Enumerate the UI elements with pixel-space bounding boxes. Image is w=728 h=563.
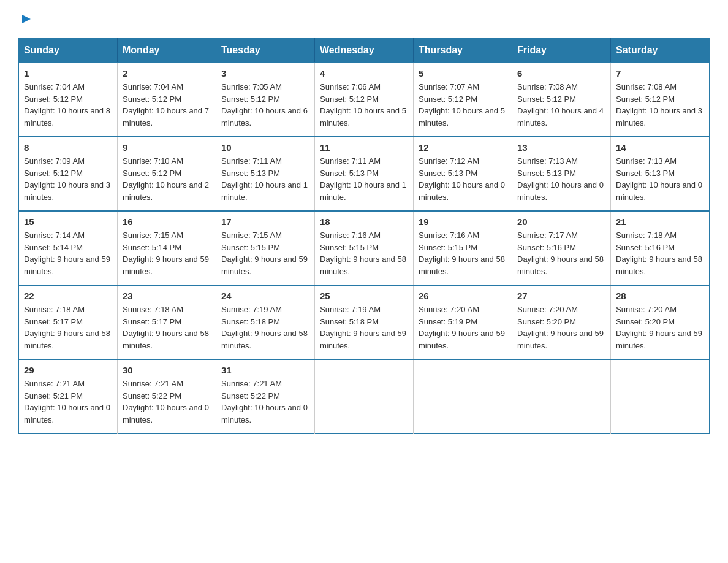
- day-info: Sunrise: 7:07 AMSunset: 5:12 PMDaylight:…: [419, 81, 507, 129]
- day-number: 23: [123, 291, 211, 301]
- day-number: 2: [123, 68, 211, 79]
- day-number: 14: [616, 142, 704, 153]
- calendar-cell: 27 Sunrise: 7:20 AMSunset: 5:20 PMDaylig…: [512, 285, 611, 359]
- header-thursday: Thursday: [414, 39, 512, 63]
- header-sunday: Sunday: [19, 39, 118, 63]
- calendar-cell: 2 Sunrise: 7:04 AMSunset: 5:12 PMDayligh…: [118, 63, 216, 137]
- day-number: 19: [419, 216, 507, 227]
- calendar-week-2: 8 Sunrise: 7:09 AMSunset: 5:12 PMDayligh…: [19, 137, 710, 211]
- day-info: Sunrise: 7:20 AMSunset: 5:19 PMDaylight:…: [419, 304, 507, 351]
- header-tuesday: Tuesday: [216, 39, 315, 63]
- day-number: 18: [320, 216, 408, 227]
- calendar-cell: 8 Sunrise: 7:09 AMSunset: 5:12 PMDayligh…: [19, 137, 118, 211]
- day-info: Sunrise: 7:13 AMSunset: 5:13 PMDaylight:…: [616, 155, 704, 203]
- header-monday: Monday: [118, 39, 216, 63]
- calendar-cell: 5 Sunrise: 7:07 AMSunset: 5:12 PMDayligh…: [414, 63, 512, 137]
- day-info: Sunrise: 7:06 AMSunset: 5:12 PMDaylight:…: [320, 81, 408, 129]
- calendar-cell: 21 Sunrise: 7:18 AMSunset: 5:16 PMDaylig…: [611, 211, 710, 285]
- day-number: 20: [517, 216, 605, 227]
- calendar-cell: 18 Sunrise: 7:16 AMSunset: 5:15 PMDaylig…: [315, 211, 414, 285]
- logo-arrow-icon: [20, 12, 33, 26]
- calendar-cell: 9 Sunrise: 7:10 AMSunset: 5:12 PMDayligh…: [118, 137, 216, 211]
- calendar-cell: 20 Sunrise: 7:17 AMSunset: 5:16 PMDaylig…: [512, 211, 611, 285]
- day-info: Sunrise: 7:21 AMSunset: 5:21 PMDaylight:…: [24, 378, 112, 426]
- day-number: 26: [419, 291, 507, 301]
- calendar-cell: 12 Sunrise: 7:12 AMSunset: 5:13 PMDaylig…: [414, 137, 512, 211]
- day-info: Sunrise: 7:21 AMSunset: 5:22 PMDaylight:…: [123, 378, 211, 426]
- day-info: Sunrise: 7:18 AMSunset: 5:17 PMDaylight:…: [123, 304, 211, 351]
- day-number: 9: [123, 142, 211, 153]
- day-number: 7: [616, 68, 704, 79]
- day-info: Sunrise: 7:15 AMSunset: 5:14 PMDaylight:…: [123, 229, 211, 277]
- day-number: 15: [24, 216, 112, 227]
- day-number: 11: [320, 142, 408, 153]
- day-number: 8: [24, 142, 112, 153]
- day-info: Sunrise: 7:10 AMSunset: 5:12 PMDaylight:…: [123, 155, 211, 203]
- day-info: Sunrise: 7:04 AMSunset: 5:12 PMDaylight:…: [24, 81, 112, 129]
- day-info: Sunrise: 7:20 AMSunset: 5:20 PMDaylight:…: [616, 304, 704, 351]
- logo: [18, 12, 33, 26]
- calendar-cell: [512, 359, 611, 434]
- calendar-cell: 6 Sunrise: 7:08 AMSunset: 5:12 PMDayligh…: [512, 63, 611, 137]
- day-number: 22: [24, 291, 112, 301]
- day-number: 16: [123, 216, 211, 227]
- header-saturday: Saturday: [611, 39, 710, 63]
- day-info: Sunrise: 7:05 AMSunset: 5:12 PMDaylight:…: [221, 81, 309, 129]
- day-number: 10: [221, 142, 309, 153]
- header-wednesday: Wednesday: [315, 39, 414, 63]
- day-info: Sunrise: 7:20 AMSunset: 5:20 PMDaylight:…: [517, 304, 605, 351]
- calendar-cell: 25 Sunrise: 7:19 AMSunset: 5:18 PMDaylig…: [315, 285, 414, 359]
- day-info: Sunrise: 7:19 AMSunset: 5:18 PMDaylight:…: [221, 304, 309, 351]
- day-info: Sunrise: 7:16 AMSunset: 5:15 PMDaylight:…: [419, 229, 507, 277]
- day-info: Sunrise: 7:21 AMSunset: 5:22 PMDaylight:…: [221, 378, 309, 426]
- calendar-table: SundayMondayTuesdayWednesdayThursdayFrid…: [18, 38, 710, 434]
- day-number: 24: [221, 291, 309, 301]
- day-number: 13: [517, 142, 605, 153]
- day-number: 27: [517, 291, 605, 301]
- calendar-cell: 19 Sunrise: 7:16 AMSunset: 5:15 PMDaylig…: [414, 211, 512, 285]
- calendar-week-5: 29 Sunrise: 7:21 AMSunset: 5:21 PMDaylig…: [19, 359, 710, 434]
- calendar-cell: 26 Sunrise: 7:20 AMSunset: 5:19 PMDaylig…: [414, 285, 512, 359]
- day-info: Sunrise: 7:19 AMSunset: 5:18 PMDaylight:…: [320, 304, 408, 351]
- calendar-cell: [315, 359, 414, 434]
- day-info: Sunrise: 7:11 AMSunset: 5:13 PMDaylight:…: [320, 155, 408, 203]
- calendar-cell: 17 Sunrise: 7:15 AMSunset: 5:15 PMDaylig…: [216, 211, 315, 285]
- calendar-cell: [611, 359, 710, 434]
- calendar-week-1: 1 Sunrise: 7:04 AMSunset: 5:12 PMDayligh…: [19, 63, 710, 137]
- calendar-cell: 22 Sunrise: 7:18 AMSunset: 5:17 PMDaylig…: [19, 285, 118, 359]
- header-friday: Friday: [512, 39, 611, 63]
- calendar-cell: 13 Sunrise: 7:13 AMSunset: 5:13 PMDaylig…: [512, 137, 611, 211]
- page-header: [18, 12, 710, 26]
- day-info: Sunrise: 7:14 AMSunset: 5:14 PMDaylight:…: [24, 229, 112, 277]
- calendar-cell: 24 Sunrise: 7:19 AMSunset: 5:18 PMDaylig…: [216, 285, 315, 359]
- day-number: 5: [419, 68, 507, 79]
- day-info: Sunrise: 7:17 AMSunset: 5:16 PMDaylight:…: [517, 229, 605, 277]
- day-number: 12: [419, 142, 507, 153]
- calendar-cell: 31 Sunrise: 7:21 AMSunset: 5:22 PMDaylig…: [216, 359, 315, 434]
- day-info: Sunrise: 7:16 AMSunset: 5:15 PMDaylight:…: [320, 229, 408, 277]
- calendar-cell: 4 Sunrise: 7:06 AMSunset: 5:12 PMDayligh…: [315, 63, 414, 137]
- day-info: Sunrise: 7:18 AMSunset: 5:17 PMDaylight:…: [24, 304, 112, 351]
- calendar-cell: 7 Sunrise: 7:08 AMSunset: 5:12 PMDayligh…: [611, 63, 710, 137]
- day-info: Sunrise: 7:08 AMSunset: 5:12 PMDaylight:…: [616, 81, 704, 129]
- calendar-cell: 15 Sunrise: 7:14 AMSunset: 5:14 PMDaylig…: [19, 211, 118, 285]
- day-number: 17: [221, 216, 309, 227]
- day-info: Sunrise: 7:04 AMSunset: 5:12 PMDaylight:…: [123, 81, 211, 129]
- day-number: 6: [517, 68, 605, 79]
- day-number: 28: [616, 291, 704, 301]
- day-info: Sunrise: 7:11 AMSunset: 5:13 PMDaylight:…: [221, 155, 309, 203]
- calendar-cell: [414, 359, 512, 434]
- calendar-cell: 11 Sunrise: 7:11 AMSunset: 5:13 PMDaylig…: [315, 137, 414, 211]
- svg-marker-0: [22, 15, 31, 23]
- day-info: Sunrise: 7:18 AMSunset: 5:16 PMDaylight:…: [616, 229, 704, 277]
- calendar-cell: 23 Sunrise: 7:18 AMSunset: 5:17 PMDaylig…: [118, 285, 216, 359]
- day-number: 21: [616, 216, 704, 227]
- day-number: 1: [24, 68, 112, 79]
- calendar-cell: 29 Sunrise: 7:21 AMSunset: 5:21 PMDaylig…: [19, 359, 118, 434]
- day-number: 4: [320, 68, 408, 79]
- calendar-week-3: 15 Sunrise: 7:14 AMSunset: 5:14 PMDaylig…: [19, 211, 710, 285]
- day-number: 31: [221, 365, 309, 375]
- calendar-cell: 1 Sunrise: 7:04 AMSunset: 5:12 PMDayligh…: [19, 63, 118, 137]
- day-number: 25: [320, 291, 408, 301]
- day-number: 3: [221, 68, 309, 79]
